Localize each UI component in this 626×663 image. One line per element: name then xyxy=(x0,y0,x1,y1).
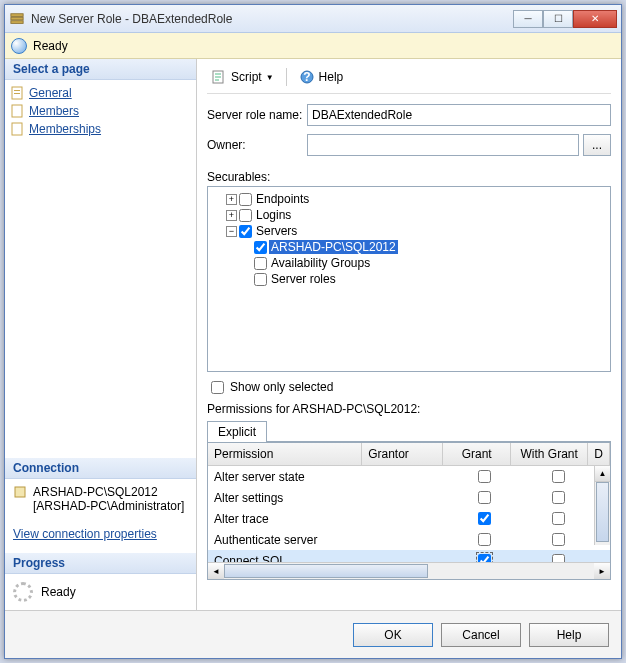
svg-rect-2 xyxy=(11,20,23,23)
node-label: Server roles xyxy=(269,272,338,286)
owner-label: Owner: xyxy=(207,138,307,152)
page-label: Memberships xyxy=(29,122,101,136)
owner-input[interactable] xyxy=(307,134,579,156)
scroll-thumb[interactable] xyxy=(224,564,428,578)
grant-checkbox[interactable] xyxy=(478,491,491,504)
node-checkbox[interactable] xyxy=(239,193,252,206)
role-name-label: Server role name: xyxy=(207,108,307,122)
grant-checkbox[interactable] xyxy=(478,470,491,483)
withgrant-checkbox[interactable] xyxy=(552,512,565,525)
perm-row[interactable]: Connect SQL xyxy=(208,550,610,562)
withgrant-checkbox[interactable] xyxy=(552,554,565,562)
col-withgrant[interactable]: With Grant xyxy=(511,443,588,465)
page-label: Members xyxy=(29,104,79,118)
perm-cell: Alter server state xyxy=(208,468,366,486)
svg-rect-4 xyxy=(14,90,20,91)
collapse-icon[interactable]: − xyxy=(226,226,237,237)
horizontal-scrollbar[interactable]: ◄ ► xyxy=(208,562,610,579)
grant-checkbox[interactable] xyxy=(478,533,491,546)
close-button[interactable]: ✕ xyxy=(573,10,617,28)
securables-tree[interactable]: + Endpoints + Logins − Servers ARSHAD-PC… xyxy=(207,186,611,372)
node-checkbox[interactable] xyxy=(239,225,252,238)
scroll-up-icon[interactable]: ▲ xyxy=(595,466,610,482)
grantor-cell xyxy=(366,517,449,521)
vertical-scrollbar[interactable]: ▲ xyxy=(594,466,610,545)
scroll-right-icon[interactable]: ► xyxy=(594,563,610,579)
server-icon xyxy=(13,485,27,502)
col-deny[interactable]: D xyxy=(588,443,610,465)
script-button[interactable]: Script ▼ xyxy=(207,67,278,87)
minimize-button[interactable]: ─ xyxy=(513,10,543,28)
dialog-window: New Server Role - DBAExtendedRole ─ ☐ ✕ … xyxy=(4,4,622,659)
ok-button[interactable]: OK xyxy=(353,623,433,647)
help-button[interactable]: Help xyxy=(529,623,609,647)
perm-row[interactable]: Alter settings xyxy=(208,487,610,508)
page-icon xyxy=(11,86,25,100)
expand-icon[interactable]: + xyxy=(226,210,237,221)
tree-node-availability-groups[interactable]: Availability Groups xyxy=(212,255,606,271)
grid-rows: Alter server state Alter settings xyxy=(208,466,610,562)
node-checkbox[interactable] xyxy=(254,273,267,286)
grant-checkbox[interactable] xyxy=(478,554,491,562)
connection-header: Connection xyxy=(5,458,196,479)
script-icon xyxy=(211,69,227,85)
cancel-button[interactable]: Cancel xyxy=(441,623,521,647)
toolbar: Script ▼ ? Help xyxy=(207,67,611,94)
role-name-input[interactable] xyxy=(307,104,611,126)
tree-node-endpoints[interactable]: + Endpoints xyxy=(212,191,606,207)
tree-node-logins[interactable]: + Logins xyxy=(212,207,606,223)
tree-node-server-instance[interactable]: ARSHAD-PC\SQL2012 xyxy=(212,239,606,255)
svg-rect-6 xyxy=(12,105,22,117)
page-general[interactable]: General xyxy=(9,84,192,102)
left-panel: Select a page General Members Membership… xyxy=(5,59,197,610)
tree-node-servers[interactable]: − Servers xyxy=(212,223,606,239)
status-banner: Ready xyxy=(5,33,621,59)
svg-rect-1 xyxy=(11,17,23,20)
tree-node-server-roles[interactable]: Server roles xyxy=(212,271,606,287)
page-memberships[interactable]: Memberships xyxy=(9,120,192,138)
col-permission[interactable]: Permission xyxy=(208,443,362,465)
tab-explicit[interactable]: Explicit xyxy=(207,421,267,442)
svg-rect-0 xyxy=(11,13,23,16)
perm-row[interactable]: Alter trace xyxy=(208,508,610,529)
progress-header: Progress xyxy=(5,553,196,574)
scroll-thumb[interactable] xyxy=(596,482,609,542)
withgrant-checkbox[interactable] xyxy=(552,533,565,546)
script-label: Script xyxy=(231,70,262,84)
withgrant-checkbox[interactable] xyxy=(552,491,565,504)
node-checkbox[interactable] xyxy=(254,257,267,270)
withgrant-checkbox[interactable] xyxy=(552,470,565,483)
page-members[interactable]: Members xyxy=(9,102,192,120)
node-checkbox[interactable] xyxy=(239,209,252,222)
maximize-button[interactable]: ☐ xyxy=(543,10,573,28)
perm-cell: Authenticate server xyxy=(208,531,366,549)
progress-status: Ready xyxy=(41,585,76,599)
perm-row[interactable]: Authenticate server xyxy=(208,529,610,550)
svg-text:?: ? xyxy=(303,70,310,84)
progress-pane: Ready xyxy=(5,574,196,610)
help-button[interactable]: ? Help xyxy=(295,67,348,87)
grantor-cell xyxy=(366,496,449,500)
show-only-selected-label: Show only selected xyxy=(230,380,333,394)
info-icon xyxy=(11,38,27,54)
perm-row[interactable]: Alter server state xyxy=(208,466,610,487)
titlebar[interactable]: New Server Role - DBAExtendedRole ─ ☐ ✕ xyxy=(5,5,621,33)
permissions-tabs: Explicit xyxy=(207,420,611,442)
owner-browse-button[interactable]: ... xyxy=(583,134,611,156)
view-connection-properties-link[interactable]: View connection properties xyxy=(13,527,188,541)
col-grantor[interactable]: Grantor xyxy=(362,443,443,465)
page-icon xyxy=(11,104,25,118)
show-only-selected-checkbox[interactable] xyxy=(211,381,224,394)
content-panel: Script ▼ ? Help Server role name: Owner:… xyxy=(197,59,621,610)
scroll-left-icon[interactable]: ◄ xyxy=(208,563,224,579)
help-icon: ? xyxy=(299,69,315,85)
col-grant[interactable]: Grant xyxy=(443,443,511,465)
svg-rect-8 xyxy=(15,487,25,497)
grant-checkbox[interactable] xyxy=(478,512,491,525)
grantor-cell xyxy=(366,559,449,563)
dropdown-arrow-icon: ▼ xyxy=(266,73,274,82)
help-label: Help xyxy=(319,70,344,84)
pages-header: Select a page xyxy=(5,59,196,80)
node-checkbox[interactable] xyxy=(254,241,267,254)
expand-icon[interactable]: + xyxy=(226,194,237,205)
